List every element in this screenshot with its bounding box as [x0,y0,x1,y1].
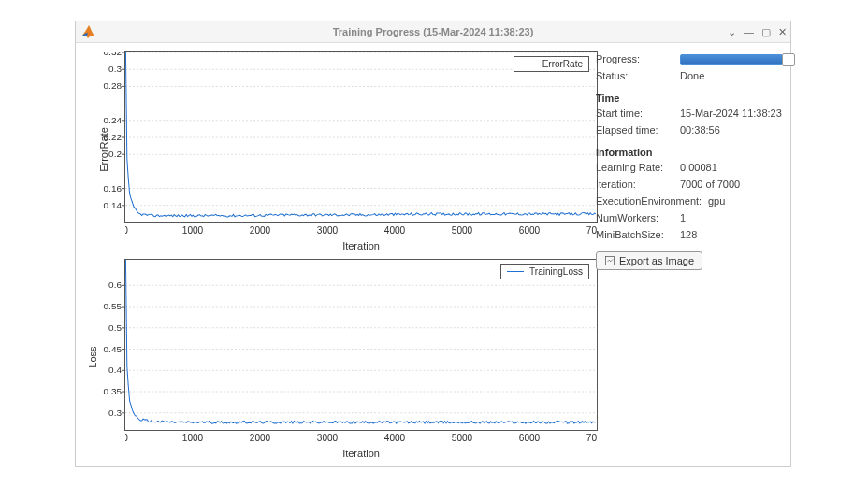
svg-text:3000: 3000 [317,433,339,443]
elapsed-time-value: 00:38:56 [680,122,783,137]
legend-label: ErrorRate [542,59,583,69]
svg-text:0.4: 0.4 [108,365,122,375]
svg-text:0.3: 0.3 [108,64,122,74]
svg-text:0.6: 0.6 [108,279,122,290]
plot-area: 0.140.160.20.220.240.280.30.32 010002000… [124,51,598,223]
chart-svg [125,52,597,222]
window-frame: Training Progress (15-Mar-2024 11:38:23)… [75,21,791,467]
svg-text:0: 0 [125,433,128,443]
chart-svg [125,260,597,430]
start-time-value: 15-Mar-2024 11:38:23 [680,106,783,121]
svg-text:0.3: 0.3 [108,408,122,418]
svg-text:6000: 6000 [519,225,541,236]
start-time-label: Start time: [596,106,680,121]
learning-rate-label: Learning Rate: [596,160,680,175]
x-axis-label: Iteration [124,448,598,459]
maximize-button[interactable]: ▢ [761,26,771,38]
status-label: Status: [596,68,680,83]
svg-text:1000: 1000 [182,225,204,236]
execution-env-value: gpu [708,193,783,208]
svg-text:5000: 5000 [452,225,473,236]
num-workers-value: 1 [680,210,783,225]
title-bar: Training Progress (15-Mar-2024 11:38:23)… [76,21,790,43]
x-ticks: 01000200030004000500060007000 [125,222,597,237]
legend-swatch [520,64,537,64]
progress-label: Progress: [596,51,680,66]
window-title: Training Progress (15-Mar-2024 11:38:23) [76,21,790,42]
y-ticks: 0.30.350.40.450.50.550.6 [90,260,125,430]
app-window: Training Progress (15-Mar-2024 11:38:23)… [0,0,868,501]
svg-text:0.24: 0.24 [104,115,123,125]
svg-text:0.22: 0.22 [104,132,123,142]
svg-text:0.14: 0.14 [104,200,123,210]
svg-text:4000: 4000 [384,225,406,236]
stop-button[interactable] [782,53,795,66]
info-sidebar: Progress: Status: Done Time Start time: … [596,42,790,466]
svg-text:3000: 3000 [317,225,339,236]
legend-swatch [507,271,524,272]
minimize-button[interactable]: — [744,26,754,37]
export-as-image-button[interactable]: Export as Image [596,251,702,270]
learning-rate-value: 0.00081 [680,160,783,175]
y-ticks: 0.140.160.20.220.240.280.30.32 [90,52,125,222]
close-button[interactable]: ✕ [778,26,787,38]
svg-text:0.45: 0.45 [104,344,123,354]
content-area: ErrorRate 0.140.160.20.220.240.280.30.32… [76,42,790,466]
svg-text:0.5: 0.5 [108,322,122,333]
svg-text:2000: 2000 [250,433,271,443]
svg-text:2000: 2000 [250,225,271,236]
svg-text:1000: 1000 [182,433,204,443]
svg-text:5000: 5000 [452,433,473,443]
iteration-value: 7000 of 7000 [680,177,783,192]
loss-chart: Loss 0.30.350.40.450.50.550.6 0100020003… [76,255,605,459]
time-header: Time [596,93,783,104]
svg-text:6000: 6000 [519,433,541,443]
iteration-label: Iteration: [596,177,680,192]
elapsed-time-label: Elapsed time: [596,122,680,137]
svg-text:0: 0 [125,225,128,236]
legend-label: TrainingLoss [529,266,583,277]
svg-text:4000: 4000 [384,433,406,443]
num-workers-label: NumWorkers: [596,210,680,225]
svg-text:0.55: 0.55 [104,301,123,311]
svg-text:0.28: 0.28 [104,80,123,91]
progress-bar [680,54,783,65]
error-rate-chart: ErrorRate 0.140.160.20.220.240.280.30.32… [76,48,605,251]
svg-text:0.16: 0.16 [104,183,123,193]
export-icon [604,255,615,266]
svg-text:0.32: 0.32 [104,52,123,57]
svg-text:0.2: 0.2 [108,149,122,159]
x-axis-label: Iteration [124,240,598,251]
svg-text:0.35: 0.35 [104,386,123,396]
execution-env-label: ExecutionEnvironment: [596,193,708,208]
plots-panel: ErrorRate 0.140.160.20.220.240.280.30.32… [76,42,605,466]
mini-batch-size-value: 128 [680,227,783,242]
information-header: Information [596,147,783,158]
export-button-label: Export as Image [619,255,694,266]
status-value: Done [680,68,783,83]
legend: TrainingLoss [500,264,589,279]
mini-batch-size-label: MiniBatchSize: [596,227,680,242]
legend: ErrorRate [514,56,589,72]
plot-area: 0.30.350.40.450.50.550.6 010002000300040… [124,259,598,431]
x-ticks: 01000200030004000500060007000 [125,430,597,445]
dropdown-caret-icon[interactable]: ⌄ [728,26,736,38]
